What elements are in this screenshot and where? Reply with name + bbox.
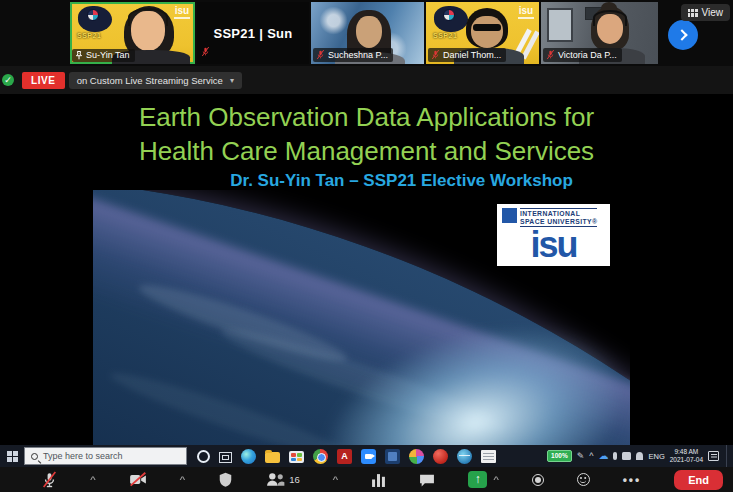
reactions-button[interactable] — [577, 473, 590, 486]
taskbar-icon-photos[interactable] — [409, 449, 424, 464]
record-button[interactable] — [532, 474, 544, 486]
hidden-icons-caret[interactable]: ^ — [589, 451, 593, 461]
record-icon — [532, 474, 544, 486]
live-service-dropdown[interactable]: on Custom Live Streaming Service ▾ — [69, 72, 242, 89]
pin-icon — [75, 51, 83, 60]
participant-name-label: Daniel Thom... — [428, 48, 506, 62]
taskbar-icon-red-app[interactable] — [433, 449, 448, 464]
ssp21-logo-text: SSP21 — [77, 32, 101, 39]
background-window — [547, 8, 573, 42]
participant-name-label: SSP21 | Sun — [213, 26, 292, 41]
battery-indicator[interactable]: 100% — [547, 450, 572, 462]
muted-mic-icon — [201, 43, 210, 61]
security-button[interactable] — [218, 472, 233, 488]
zoom-control-bar: ^ ^ 16 ^ ↑ ^ ••• End — [0, 467, 733, 492]
share-screen-icon: ↑ — [468, 471, 487, 488]
taskbar-icon-store[interactable] — [289, 451, 304, 463]
microphone-tray-icon[interactable] — [613, 452, 617, 460]
isu-logo-mark: isu — [502, 230, 605, 260]
taskbar-icon-chrome[interactable] — [313, 449, 328, 464]
gallery-view-icon — [688, 9, 698, 17]
mute-button[interactable] — [42, 471, 57, 488]
ssp21-logo: SSP21 — [74, 6, 116, 46]
isu-mini-logo: isu — [518, 6, 534, 19]
polls-button[interactable] — [371, 473, 386, 487]
windows-taskbar: Type here to search A 100% ✎ ^ ☁ ENG — [0, 445, 733, 467]
muted-mic-icon — [316, 49, 325, 60]
muted-mic-icon — [42, 471, 57, 488]
slide-subtitle: Dr. Su-Yin Tan – SSP21 Elective Workshop — [70, 171, 733, 191]
view-button[interactable]: View — [681, 4, 731, 21]
ssp21-logo-dot — [443, 9, 455, 21]
taskbar-icon-app-window[interactable] — [385, 449, 400, 464]
view-button-label: View — [702, 7, 724, 18]
share-screen-button[interactable]: ↑ ^ — [468, 471, 499, 488]
taskbar-icon-notepad[interactable] — [481, 450, 496, 463]
taskbar-icon-globe-app[interactable] — [457, 449, 472, 464]
language-indicator[interactable]: ENG — [648, 452, 664, 461]
participant-tile-victoria[interactable]: Victoria Da P... — [541, 2, 658, 64]
stream-ok-check-icon: ✓ — [2, 74, 14, 86]
mute-options-caret[interactable]: ^ — [90, 475, 96, 484]
participant-count: 16 — [289, 474, 300, 485]
taskbar-search[interactable]: Type here to search — [24, 447, 187, 465]
isu-logo: INTERNATIONAL SPACE UNIVERSITY® isu — [497, 204, 610, 266]
taskbar-icon-cortana[interactable] — [197, 450, 210, 463]
shield-icon — [218, 472, 233, 488]
participant-name-label: Victoria Da P... — [543, 48, 622, 62]
ssp21-logo-dot — [87, 9, 99, 21]
end-meeting-button[interactable]: End — [674, 470, 723, 490]
live-streaming-bar: ✓ LIVE on Custom Live Streaming Service … — [0, 66, 733, 94]
muted-mic-icon — [546, 49, 555, 60]
participant-tile-sucheshna[interactable]: Sucheshna P... — [311, 2, 424, 64]
chevron-right-icon — [676, 29, 687, 40]
stop-video-button[interactable] — [129, 472, 147, 487]
bar-chart-icon — [371, 473, 386, 487]
video-options-caret[interactable]: ^ — [180, 475, 186, 484]
muted-camera-icon — [129, 472, 147, 487]
participant-name-label: Su-Yin Tan — [72, 49, 135, 62]
participant-tile-daniel[interactable]: SSP21 isu Daniel Thom... — [426, 2, 539, 64]
taskbar-icon-acrobat[interactable]: A — [337, 449, 352, 464]
taskbar-icon-edge[interactable] — [241, 449, 256, 464]
smiley-icon — [577, 473, 590, 486]
taskbar-icon-task-view[interactable] — [219, 452, 232, 463]
participants-icon — [266, 472, 285, 487]
sunglasses — [473, 24, 501, 31]
slide-title: Earth Observation Data Applications for … — [0, 101, 733, 169]
video-strip: SSP21 isu Su-Yin Tan SSP21 | Sun — [0, 0, 733, 66]
taskbar-icon-file-explorer[interactable] — [265, 452, 280, 463]
shared-screen-slide: Earth Observation Data Applications for … — [0, 94, 733, 445]
participants-options-caret[interactable]: ^ — [333, 475, 339, 484]
zoom-meeting-screen: SSP21 isu Su-Yin Tan SSP21 | Sun — [0, 0, 733, 492]
network-icon[interactable] — [636, 452, 643, 460]
show-desktop-button[interactable] — [726, 445, 729, 467]
keyboard-tray-icon[interactable] — [622, 452, 631, 460]
participants-button[interactable]: 16 — [266, 472, 300, 487]
participant-tile-ssp21-sun[interactable]: SSP21 | Sun — [197, 2, 309, 64]
onedrive-icon[interactable]: ☁ — [598, 451, 608, 461]
system-tray: 100% ✎ ^ ☁ ENG 9:48 AM 2021-07-04 — [547, 445, 733, 467]
chat-button[interactable] — [419, 473, 435, 487]
participant-tile-su-yin-tan[interactable]: SSP21 isu Su-Yin Tan — [70, 2, 195, 64]
live-badge: LIVE — [22, 72, 65, 89]
pen-icon[interactable]: ✎ — [577, 451, 585, 461]
dropdown-caret-icon: ▾ — [230, 76, 234, 85]
action-center-icon[interactable] — [708, 451, 719, 461]
chat-bubble-icon — [419, 473, 435, 487]
search-icon — [31, 453, 38, 460]
share-options-caret[interactable]: ^ — [493, 475, 499, 484]
start-button[interactable] — [0, 445, 24, 467]
next-participants-button[interactable] — [668, 20, 698, 50]
isu-logo-square — [502, 208, 517, 223]
taskbar-icon-zoom[interactable] — [361, 449, 376, 464]
live-service-label: on Custom Live Streaming Service — [77, 75, 223, 86]
muted-mic-icon — [431, 49, 440, 60]
taskbar-clock[interactable]: 9:48 AM 2021-07-04 — [670, 448, 703, 464]
more-button[interactable]: ••• — [623, 473, 642, 487]
windows-logo-icon — [7, 451, 18, 462]
ssp21-logo-text: SSP21 — [433, 32, 457, 39]
participant-name-label: Sucheshna P... — [313, 48, 393, 62]
search-placeholder: Type here to search — [43, 451, 123, 461]
